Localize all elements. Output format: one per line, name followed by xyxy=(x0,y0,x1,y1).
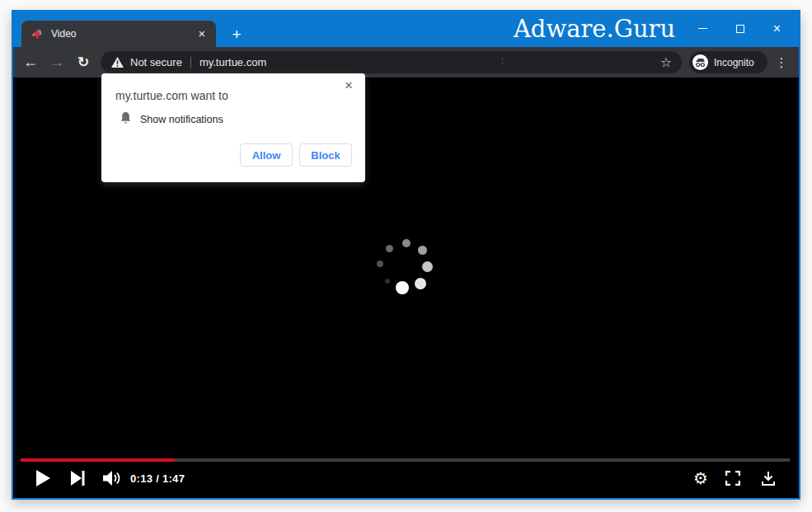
tab-close-icon[interactable]: × xyxy=(195,26,209,41)
download-icon xyxy=(761,471,776,486)
volume-button[interactable] xyxy=(101,467,124,490)
spinner-dot xyxy=(402,239,411,247)
minimize-icon xyxy=(698,28,707,29)
video-controls-bar: 0:13 / 1:47 ⚙ xyxy=(13,458,799,496)
volume-icon xyxy=(102,470,122,486)
spinner-dot xyxy=(418,246,427,255)
stray-colon-text: : xyxy=(501,56,504,65)
play-icon xyxy=(35,469,51,487)
new-tab-button[interactable]: + xyxy=(228,26,246,44)
close-icon: × xyxy=(773,22,781,35)
browser-window: Video × + Adware.Guru × ← → ↻ Not secure… xyxy=(12,12,800,500)
spinner-dot xyxy=(386,245,393,252)
maximize-icon xyxy=(736,25,744,33)
spinner-dot xyxy=(385,279,390,284)
allow-button[interactable]: Allow xyxy=(240,143,293,167)
spinner-dot xyxy=(415,278,426,289)
omnibox-divider xyxy=(190,57,191,68)
play-button[interactable] xyxy=(31,467,54,490)
settings-button[interactable]: ⚙ xyxy=(689,467,712,490)
skip-next-icon xyxy=(70,470,86,486)
minimize-button[interactable] xyxy=(684,10,721,47)
popup-close-icon[interactable]: × xyxy=(341,78,356,94)
omnibox-address-bar[interactable]: Not secure my.turtue.com : ☆ xyxy=(101,51,682,73)
close-button[interactable]: × xyxy=(758,10,796,47)
incognito-spy-icon xyxy=(695,58,706,68)
maximize-button[interactable] xyxy=(721,10,758,47)
spinner-dot xyxy=(422,261,433,272)
fullscreen-button[interactable] xyxy=(721,467,744,490)
time-display: 0:13 / 1:47 xyxy=(130,467,185,490)
progress-bar[interactable] xyxy=(21,458,790,462)
window-controls: × xyxy=(684,10,796,47)
bell-icon xyxy=(120,111,132,125)
popup-title: my.turtue.com want to xyxy=(115,89,228,102)
spinner-dot xyxy=(377,261,383,267)
back-button[interactable]: ← xyxy=(19,47,42,78)
notification-permission-popup: × my.turtue.com want to Show notificatio… xyxy=(101,73,365,182)
window-title: Adware.Guru xyxy=(471,16,718,42)
progress-played xyxy=(21,458,175,462)
url-text[interactable]: my.turtue.com xyxy=(199,56,266,68)
titlebar: Video × + Adware.Guru × xyxy=(12,10,800,47)
incognito-label: Incognito xyxy=(714,57,754,68)
tab-title: Video xyxy=(51,28,195,40)
bookmark-star-icon[interactable]: ☆ xyxy=(656,51,676,73)
incognito-badge: Incognito xyxy=(689,51,767,73)
incognito-avatar xyxy=(692,54,708,70)
fullscreen-icon xyxy=(725,471,740,486)
not-secure-warning-icon xyxy=(111,57,124,68)
next-button[interactable] xyxy=(66,467,89,490)
security-chip-label[interactable]: Not secure xyxy=(130,56,182,68)
forward-button[interactable]: → xyxy=(45,47,68,78)
spinner-dot xyxy=(396,281,409,294)
download-button[interactable] xyxy=(757,467,780,490)
browser-menu-button[interactable]: ⋮ xyxy=(772,47,791,78)
permission-label: Show notifications xyxy=(140,114,223,125)
tab-video[interactable]: Video × xyxy=(21,21,216,47)
megaphone-favicon-icon xyxy=(31,27,45,40)
loading-spinner xyxy=(354,214,462,322)
block-button[interactable]: Block xyxy=(299,143,352,167)
reload-button[interactable]: ↻ xyxy=(72,47,95,78)
